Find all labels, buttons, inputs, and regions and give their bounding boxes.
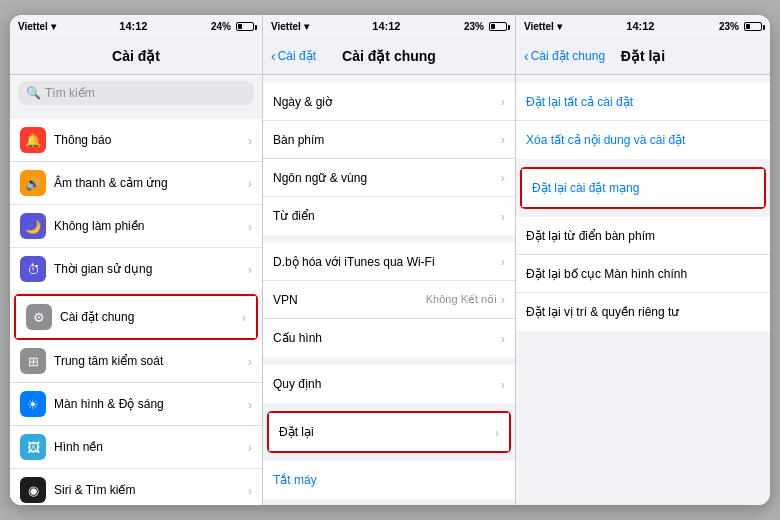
option-reset-network[interactable]: Đặt lại cài đặt mạng	[522, 169, 764, 207]
search-bar[interactable]: 🔍 Tìm kiếm	[18, 81, 254, 105]
battery-pct-3: 23%	[719, 21, 739, 32]
reset-panel: Viettel ▾ 14:12 23% ‹ Cài đặt chung Đặt …	[516, 15, 770, 505]
chevron-config: ›	[501, 331, 505, 346]
battery-icon-2	[489, 22, 507, 31]
chevron-keyboard: ›	[501, 132, 505, 147]
label-dictionary: Từ điển	[273, 209, 501, 223]
list-item-shutoff[interactable]: Tắt máy	[263, 461, 515, 499]
list-item-keyboard[interactable]: Bàn phím ›	[263, 121, 515, 159]
carrier-2: Viettel	[271, 21, 301, 32]
label-display: Màn hình & Độ sáng	[54, 397, 248, 411]
list-item-wallpaper[interactable]: 🖼 Hình nền ›	[10, 426, 262, 469]
list-item-itunes[interactable]: D.bộ hóa với iTunes qua Wi-Fi ›	[263, 243, 515, 281]
chevron-siri: ›	[248, 483, 252, 498]
carrier-1: Viettel	[18, 21, 48, 32]
label-general: Cài đặt chung	[60, 310, 242, 324]
chevron-wallpaper: ›	[248, 440, 252, 455]
option-reset-all[interactable]: Đặt lại tất cả cài đặt	[516, 83, 770, 121]
battery-icon-3	[744, 22, 762, 31]
battery-1: 24%	[211, 21, 231, 32]
option-reset-keyboard[interactable]: Đặt lại từ điển bàn phím	[516, 217, 770, 255]
settings-section-3: ⊞ Trung tâm kiểm soát › ☀ Màn hình & Độ …	[10, 340, 262, 505]
list-item-reset[interactable]: Đặt lại ›	[269, 413, 509, 451]
status-right-2: 23%	[464, 21, 507, 32]
status-bar-3: Viettel ▾ 14:12 23%	[516, 15, 770, 37]
general-section-4: Tắt máy	[263, 461, 515, 499]
nav-header-3: ‹ Cài đặt chung Đặt lại	[516, 37, 770, 75]
chevron-datetime: ›	[501, 94, 505, 109]
wifi-icon-1: ▾	[51, 21, 56, 32]
list-item-display[interactable]: ☀ Màn hình & Độ sáng ›	[10, 383, 262, 426]
general-section-1: Ngày & giờ › Bàn phím › Ngôn ngữ & vùng …	[263, 83, 515, 235]
status-right-3: 23%	[719, 21, 762, 32]
list-item-datetime[interactable]: Ngày & giờ ›	[263, 83, 515, 121]
panel2-title: Cài đặt chung	[342, 48, 436, 64]
back-button-2[interactable]: ‹ Cài đặt	[271, 48, 316, 64]
label-notifications: Thông báo	[54, 133, 248, 147]
status-bar-2: Viettel ▾ 14:12 23%	[263, 15, 515, 37]
wifi-icon-3: ▾	[557, 21, 562, 32]
label-reset-homescreen: Đặt lại bố cục Màn hình chính	[526, 267, 760, 281]
panel1-title: Cài đặt	[112, 48, 160, 64]
icon-sounds: 🔊	[20, 170, 46, 196]
label-reset-keyboard: Đặt lại từ điển bàn phím	[526, 229, 760, 243]
status-left-2: Viettel ▾	[271, 21, 309, 32]
list-item-notifications[interactable]: 🔔 Thông báo ›	[10, 119, 262, 162]
status-left-3: Viettel ▾	[524, 21, 562, 32]
label-rules: Quy định	[273, 377, 501, 391]
option-erase-all[interactable]: Xóa tất cả nội dung và cài đặt	[516, 121, 770, 159]
back-chevron-3: ‹	[524, 48, 529, 64]
reset-network-box: Đặt lại cài đặt mạng	[520, 167, 766, 209]
list-item-rules[interactable]: Quy định ›	[263, 365, 515, 403]
search-placeholder: Tìm kiếm	[45, 86, 95, 100]
label-shutoff: Tắt máy	[273, 473, 505, 487]
icon-display: ☀	[20, 391, 46, 417]
general-section-3: Quy định ›	[263, 365, 515, 403]
label-config: Cấu hình	[273, 331, 501, 345]
back-button-3[interactable]: ‹ Cài đặt chung	[524, 48, 605, 64]
status-bar-1: Viettel ▾ 14:12 24%	[10, 15, 262, 37]
list-item-siri[interactable]: ◉ Siri & Tìm kiếm ›	[10, 469, 262, 505]
icon-siri: ◉	[20, 477, 46, 503]
back-chevron-2: ‹	[271, 48, 276, 64]
icon-general: ⚙	[26, 304, 52, 330]
label-erase-all: Xóa tất cả nội dung và cài đặt	[526, 133, 760, 147]
settings-list: 🔔 Thông báo › 🔊 Âm thanh & cảm ứng › 🌙 K…	[10, 111, 262, 505]
wifi-icon-2: ▾	[304, 21, 309, 32]
chevron-notifications: ›	[248, 133, 252, 148]
chevron-language: ›	[501, 170, 505, 185]
settings-section-2: ⚙ Cài đặt chung ›	[14, 294, 258, 340]
reset-options: Đặt lại tất cả cài đặt Xóa tất cả nội du…	[516, 75, 770, 505]
settings-section-1: 🔔 Thông báo › 🔊 Âm thanh & cảm ứng › 🌙 K…	[10, 119, 262, 290]
list-item-dictionary[interactable]: Từ điển ›	[263, 197, 515, 235]
list-item-controlcenter[interactable]: ⊞ Trung tâm kiểm soát ›	[10, 340, 262, 383]
option-reset-location[interactable]: Đặt lại vị trí & quyền riêng tư	[516, 293, 770, 331]
list-item-vpn[interactable]: VPN Không Kết nối ›	[263, 281, 515, 319]
label-datetime: Ngày & giờ	[273, 95, 501, 109]
label-controlcenter: Trung tâm kiểm soát	[54, 354, 248, 368]
back-label-3: Cài đặt chung	[531, 49, 605, 63]
label-siri: Siri & Tìm kiếm	[54, 483, 248, 497]
battery-icon-1	[236, 22, 254, 31]
label-itunes: D.bộ hóa với iTunes qua Wi-Fi	[273, 255, 501, 269]
list-item-dnd[interactable]: 🌙 Không làm phiền ›	[10, 205, 262, 248]
chevron-dictionary: ›	[501, 209, 505, 224]
back-label-2: Cài đặt	[278, 49, 316, 63]
carrier-3: Viettel	[524, 21, 554, 32]
icon-dnd: 🌙	[20, 213, 46, 239]
time-2: 14:12	[372, 20, 400, 32]
list-item-screentime[interactable]: ⏱ Thời gian sử dụng ›	[10, 248, 262, 290]
value-vpn: Không Kết nối	[426, 293, 497, 306]
nav-header-1: Cài đặt	[10, 37, 262, 75]
option-reset-homescreen[interactable]: Đặt lại bố cục Màn hình chính	[516, 255, 770, 293]
reset-section-1: Đặt lại tất cả cài đặt Xóa tất cả nội du…	[516, 83, 770, 159]
list-item-language[interactable]: Ngôn ngữ & vùng ›	[263, 159, 515, 197]
list-item-config[interactable]: Cấu hình ›	[263, 319, 515, 357]
label-reset-location: Đặt lại vị trí & quyền riêng tư	[526, 305, 760, 319]
label-reset-all: Đặt lại tất cả cài đặt	[526, 95, 760, 109]
list-item-general[interactable]: ⚙ Cài đặt chung ›	[16, 296, 256, 338]
main-container: Viettel ▾ 14:12 24% Cài đặt 🔍 Tìm kiếm 🔔	[10, 15, 770, 505]
general-list: Ngày & giờ › Bàn phím › Ngôn ngữ & vùng …	[263, 75, 515, 505]
list-item-sounds[interactable]: 🔊 Âm thanh & cảm ứng ›	[10, 162, 262, 205]
label-vpn: VPN	[273, 293, 426, 307]
